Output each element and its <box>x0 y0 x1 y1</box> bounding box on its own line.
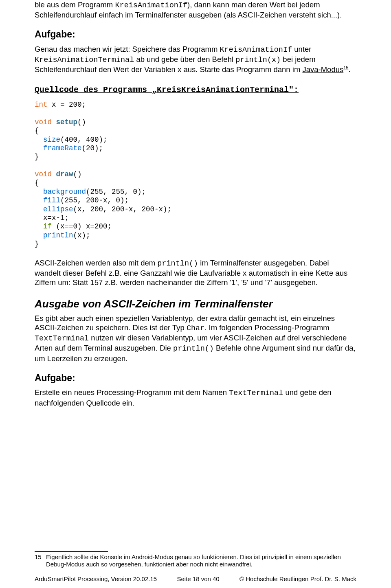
code: } <box>35 240 39 248</box>
paragraph-println: ASCII-Zeichen werden also mit dem printl… <box>35 258 356 287</box>
footnote: 15 Eigentlich sollte die Konsole im Andr… <box>35 553 356 569</box>
code: (x, 200, 200-x, 200-x); <box>73 205 172 213</box>
heading-sourcecode: Quellcode des Programms „KreisKreisAnima… <box>35 85 356 95</box>
code <box>35 136 43 144</box>
paragraph-char: Es gibt aber auch einen speziellen Varia… <box>35 314 356 363</box>
code-inline: KreisAnimationTerminal <box>35 56 134 64</box>
code: (x); <box>73 231 90 239</box>
code: (x==0) x=200; <box>52 222 112 230</box>
fn: fill <box>43 196 60 204</box>
footnote-ref[interactable]: 15 <box>343 65 348 70</box>
fn: setup <box>56 118 78 126</box>
code-inline: Char <box>187 324 204 333</box>
text: Genau das machen wir jetzt: Speichere da… <box>35 45 220 53</box>
document-page: ble aus dem Programm KreisAnimationIf), … <box>0 0 391 588</box>
fn: size <box>43 136 60 144</box>
code <box>35 188 43 196</box>
page-footer: ArduSmartPilot Processing, Version 20.02… <box>35 575 356 583</box>
text: ASCII-Zeichen werden also mit dem <box>35 259 157 267</box>
code: x=x-1; <box>35 214 69 222</box>
footer-right: © Hochschule Reutlingen Prof. Dr. S. Mac… <box>239 575 356 583</box>
kw: if <box>43 222 52 230</box>
code: { <box>35 179 39 187</box>
code <box>35 144 43 152</box>
text: unter <box>292 45 311 53</box>
code-inline: TextTerminal <box>35 334 89 343</box>
code-inline: println() <box>157 259 198 268</box>
code <box>35 205 43 213</box>
code <box>35 196 43 204</box>
heading-section: Ausgabe von ASCII-Zeichen im Terminalfen… <box>35 297 356 311</box>
code <box>52 170 56 178</box>
kw: void <box>35 170 52 178</box>
text: . Im folgenden Processing-Programm <box>204 323 329 332</box>
text: ab und gebe über den Befehl <box>134 55 235 64</box>
heading-task: Aufgabe: <box>35 29 356 40</box>
heading-task: Aufgabe: <box>35 372 356 384</box>
code-inline: println(x) <box>235 56 281 64</box>
code-inline: println() <box>173 344 214 353</box>
text: . <box>348 65 350 74</box>
code <box>35 222 43 230</box>
code-block: int x = 200; void setup() { size(400, 40… <box>35 101 356 248</box>
code: { <box>35 127 39 135</box>
code-inline: KreisAnimationIf <box>220 46 292 54</box>
text: ble aus dem Programm <box>35 0 115 9</box>
code <box>35 231 43 239</box>
footnotes: 15 Eigentlich sollte die Konsole im Andr… <box>35 551 356 569</box>
fn: frameRate <box>43 144 82 152</box>
fn: draw <box>56 170 73 178</box>
code: (400, 400); <box>60 136 108 144</box>
code: (255, 200-x, 0); <box>60 196 129 204</box>
paragraph-intro: ble aus dem Programm KreisAnimationIf), … <box>35 0 356 20</box>
kw: void <box>35 118 52 126</box>
code: (255, 255, 0); <box>86 188 146 196</box>
fn: println <box>43 231 73 239</box>
footer-page: Seite 18 von 40 <box>177 575 219 583</box>
code-inline: TextTerminal <box>229 389 283 397</box>
text: Erstelle ein neues Processing-Programm m… <box>35 388 229 397</box>
fn: background <box>43 188 86 196</box>
footnote-text: Eigentlich sollte die Konsole im Android… <box>46 553 356 569</box>
code <box>52 118 56 126</box>
kw: int <box>35 101 48 109</box>
code: () <box>77 118 86 126</box>
footnote-number: 15 <box>35 553 46 569</box>
footer-left: ArduSmartPilot Processing, Version 20.02… <box>35 575 157 583</box>
paragraph-task1: Genau das machen wir jetzt: Speichere da… <box>35 44 356 74</box>
link-java-modus[interactable]: Java-Modus <box>302 65 343 74</box>
code-inline: KreisAnimationIf <box>115 1 187 10</box>
code: (20); <box>82 144 103 152</box>
code: () <box>73 170 82 178</box>
code: } <box>35 153 39 161</box>
paragraph-task2: Erstelle ein neues Processing-Programm m… <box>35 388 356 407</box>
fn: ellipse <box>43 205 73 213</box>
code: x = 200; <box>48 101 86 109</box>
footnote-rule <box>35 551 108 552</box>
